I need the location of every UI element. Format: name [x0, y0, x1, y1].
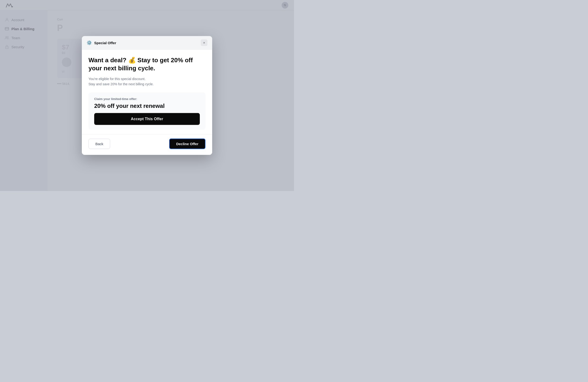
offer-claim-label: Claim your limited-time offer:: [94, 97, 200, 101]
decline-offer-button[interactable]: Decline Offer: [169, 138, 206, 149]
special-offer-icon: ⚙️: [86, 40, 92, 45]
modal-body: Want a deal? 💰 Stay to get 20% off your …: [82, 50, 212, 134]
back-button[interactable]: Back: [88, 139, 110, 149]
modal-headline: Want a deal? 💰 Stay to get 20% off your …: [88, 56, 206, 73]
modal-footer: Back Decline Offer: [82, 134, 212, 155]
modal-subtext: You're eligible for this special discoun…: [88, 76, 206, 87]
offer-discount-text: 20% off your next renewal: [94, 103, 200, 109]
modal-header-title: Special Offer: [94, 41, 116, 45]
modal-close-button[interactable]: ×: [201, 39, 208, 46]
accept-offer-button[interactable]: Accept This Offer: [94, 113, 200, 125]
offer-box: Claim your limited-time offer: 20% off y…: [88, 92, 206, 130]
modal-header: ⚙️ Special Offer ×: [82, 36, 212, 50]
modal-header-left: ⚙️ Special Offer: [86, 40, 116, 45]
special-offer-modal: ⚙️ Special Offer × Want a deal? 💰 Stay t…: [82, 36, 212, 155]
